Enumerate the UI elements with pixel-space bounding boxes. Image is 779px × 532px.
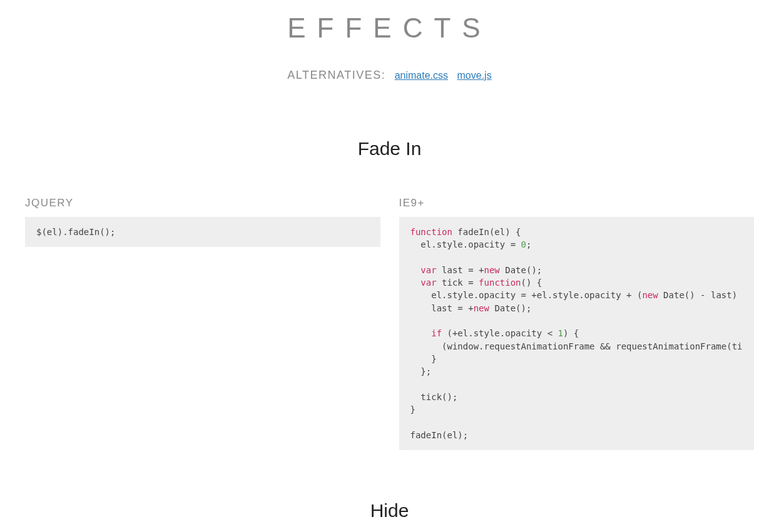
jquery-column: jQuery $(el).fadeIn(); <box>25 197 380 450</box>
code-keyword: new <box>642 290 658 300</box>
code-text: Date(); <box>500 265 542 275</box>
code-number: 0 <box>521 239 526 249</box>
code-text: $(el) <box>36 227 63 237</box>
alternative-link-move-js[interactable]: move.js <box>457 70 492 81</box>
section-title-hide: Hide <box>25 500 754 521</box>
code-text: (+el.style.opacity < <box>442 328 558 338</box>
code-text: () { <box>521 278 542 288</box>
code-text: fadeIn(el) { <box>452 227 521 237</box>
code-text: }; <box>410 366 432 376</box>
code-keyword: var <box>410 265 437 275</box>
code-keyword: function <box>479 278 521 288</box>
jquery-code: $(el).fadeIn(); <box>25 217 380 247</box>
ie9-column: IE9+ function fadeIn(el) { el.style.opac… <box>399 197 755 450</box>
code-text: last = + <box>410 303 474 313</box>
code-text: last = + <box>437 265 484 275</box>
jquery-label: jQuery <box>25 197 380 209</box>
code-keyword: function <box>410 227 452 237</box>
code-text: Date() - last) <box>658 290 743 300</box>
code-keyword: new <box>474 303 489 313</box>
code-text: } <box>410 354 437 364</box>
code-text: Date(); <box>489 303 531 313</box>
code-text: el.style.opacity = +el.style.opacity + ( <box>410 290 643 300</box>
alternative-link-animate-css[interactable]: animate.css <box>395 70 448 81</box>
code-number: 1 <box>558 328 563 338</box>
code-keyword: var <box>410 278 437 288</box>
code-columns: jQuery $(el).fadeIn(); IE9+ function fad… <box>25 197 754 450</box>
code-text: } <box>410 404 415 414</box>
section-title-fadein: Fade In <box>25 138 754 159</box>
code-text: el.style.opacity = <box>410 239 521 249</box>
ie9-code: function fadeIn(el) { el.style.opacity =… <box>399 217 755 450</box>
alternatives-label: Alternatives: <box>287 69 385 81</box>
code-text: (window.requestAnimationFrame && request… <box>410 341 743 351</box>
code-keyword: new <box>484 265 500 275</box>
code-text: fadeIn(el); <box>410 430 469 440</box>
code-text: tick = <box>437 278 479 288</box>
code-text: .fadeIn(); <box>63 227 115 237</box>
page-title: Effects <box>25 13 754 44</box>
code-text: tick(); <box>410 392 458 402</box>
alternatives-row: Alternatives: animate.css move.js <box>25 69 754 82</box>
code-keyword: if <box>410 328 442 338</box>
ie9-label: IE9+ <box>399 197 755 209</box>
code-text: ) { <box>563 328 579 338</box>
code-text: ; <box>526 239 531 249</box>
